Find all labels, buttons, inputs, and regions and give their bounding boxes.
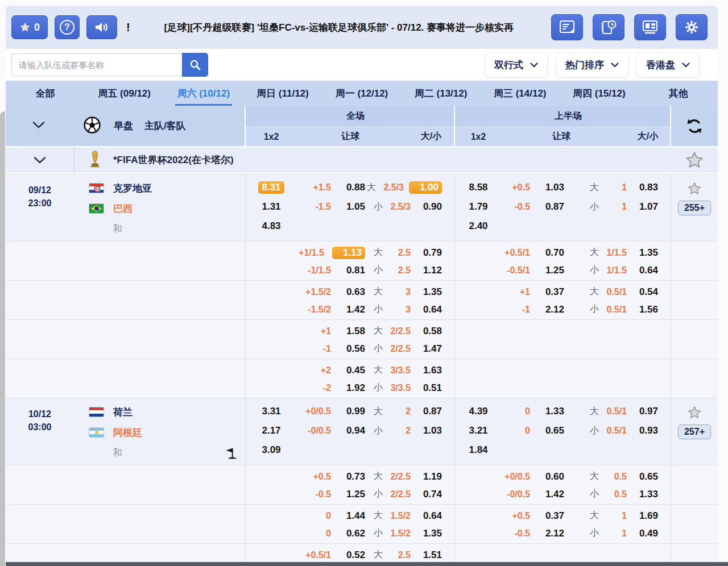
odds-over-under[interactable]: 大0.50.65 — [576, 468, 671, 485]
odds-handicap[interactable]: -1/1.50.81 — [297, 261, 377, 279]
tab-7[interactable]: 周四 (15/12) — [560, 81, 639, 106]
odds-over-under[interactable]: 大3/3.51.63 — [377, 361, 454, 379]
odds-handicap[interactable]: +0.50.37 — [502, 507, 576, 525]
refresh-icon[interactable] — [686, 118, 703, 135]
odds-1x2[interactable]: 3.09 — [262, 440, 280, 460]
odds-over-under[interactable]: 大2.50.79 — [377, 244, 454, 261]
odds-handicap[interactable]: -0.51.25 — [297, 485, 377, 503]
odds-1x2[interactable]: 1.31 — [262, 197, 280, 217]
odds-handicap[interactable]: 00.65 — [502, 421, 576, 440]
odds-1x2[interactable]: 8.58 — [469, 178, 487, 197]
tab-8[interactable]: 其他 — [639, 81, 718, 106]
more-markets-button[interactable]: 257+ — [678, 424, 711, 439]
odds-handicap[interactable]: +0.5/10.52 — [297, 546, 377, 564]
odds-1x2[interactable]: 8.31 — [258, 178, 284, 197]
favorites-button[interactable]: 0 — [11, 15, 48, 39]
odds-over-under[interactable]: 大11.69 — [576, 507, 671, 525]
odds-handicap[interactable]: +0.51.03 — [502, 178, 576, 197]
odds-handicap[interactable]: +0.50.73 — [297, 468, 377, 485]
tab-5[interactable]: 周二 (13/12) — [402, 81, 481, 106]
odds-over-under[interactable]: 大1/1.51.35 — [576, 244, 671, 261]
odds-over-under[interactable]: 小30.64 — [377, 301, 454, 318]
odds-1x2[interactable]: 2.17 — [262, 421, 280, 440]
odds-over-under[interactable]: 小11.07 — [576, 197, 671, 217]
odds-handicap[interactable]: 01.33 — [502, 402, 576, 421]
odds-over-under[interactable]: 大31.35 — [377, 283, 454, 301]
odds-over-under[interactable]: 小1.5/21.35 — [377, 525, 454, 542]
odds-over-under[interactable]: 大0.5/10.97 — [576, 402, 671, 421]
tab-6[interactable]: 周三 (14/12) — [481, 81, 560, 106]
collapse-all-chevron[interactable] — [32, 121, 46, 131]
bet-record-button[interactable] — [551, 14, 583, 40]
odds-over-under[interactable]: 大20.87 — [377, 402, 454, 421]
odds-over-under[interactable]: 小0.5/10.93 — [576, 421, 671, 440]
filter-dropdown-0[interactable]: 双行式 — [485, 53, 548, 77]
odds-handicap[interactable]: +0/0.50.60 — [502, 468, 576, 485]
odds-over-under[interactable]: 大10.83 — [576, 178, 671, 197]
odds-over-under[interactable]: 大1.5/20.64 — [377, 507, 454, 525]
odds-over-under[interactable]: 小3/3.50.51 — [377, 379, 454, 397]
odds-handicap[interactable]: -0.5/11.25 — [502, 261, 576, 279]
league-name[interactable]: *FIFA世界杯2022(在卡塔尔) — [113, 153, 234, 167]
odds-over-under[interactable]: 小0.5/11.56 — [576, 301, 671, 318]
odds-1x2[interactable]: 3.21 — [469, 421, 487, 440]
sound-button[interactable] — [86, 15, 117, 39]
odds-handicap[interactable]: -0/0.51.42 — [502, 485, 576, 503]
more-markets-button[interactable]: 255+ — [678, 201, 711, 215]
odds-1x2[interactable]: 2.40 — [469, 217, 487, 236]
odds-over-under[interactable]: 大0.5/10.54 — [576, 283, 671, 301]
tab-4[interactable]: 周一 (12/12) — [322, 81, 401, 106]
league-favorite-star-icon[interactable] — [685, 151, 704, 170]
odds-handicap[interactable]: -0.52.12 — [502, 525, 576, 542]
odds-handicap[interactable]: -10.56 — [297, 340, 377, 357]
odds-handicap[interactable]: +1.50.88 — [297, 178, 377, 197]
odds-handicap[interactable]: +20.45 — [297, 361, 377, 379]
tab-3[interactable]: 周日 (11/12) — [243, 81, 322, 106]
league-collapse-chevron[interactable] — [6, 147, 74, 173]
announcement-marquee[interactable]: [足球][不丹超级联赛] '坦桑FC-vs-运输联足球俱乐部' - 07/12.… — [135, 21, 543, 34]
match-favorite-star-icon[interactable] — [687, 405, 702, 420]
odds-over-under[interactable]: 大2.5/31.00 — [377, 178, 454, 197]
odds-over-under[interactable]: 小2/2.51.47 — [377, 340, 454, 357]
tab-0[interactable]: 全部 — [6, 81, 85, 106]
match-favorite-star-icon[interactable] — [687, 181, 702, 196]
odds-handicap[interactable]: -21.92 — [297, 379, 377, 397]
odds-handicap[interactable]: +11.58 — [297, 322, 377, 340]
odds-over-under[interactable]: 小2.5/30.90 — [377, 197, 454, 217]
odds-handicap[interactable]: -0/0.50.94 — [297, 421, 377, 440]
odds-over-under[interactable]: 大2/2.50.58 — [377, 322, 454, 340]
odds-1x2[interactable]: 4.83 — [262, 217, 280, 236]
history-button[interactable] — [593, 14, 624, 40]
odds-over-under[interactable]: 大2.51.51 — [377, 546, 454, 564]
home-team-name[interactable]: 荷兰 — [113, 406, 133, 419]
filter-dropdown-1[interactable]: 热门排序 — [556, 53, 628, 77]
odds-handicap[interactable]: 00.62 — [297, 525, 377, 542]
odds-over-under[interactable]: 小21.03 — [377, 421, 454, 440]
odds-handicap[interactable]: +0.5/10.70 — [502, 244, 576, 261]
odds-handicap[interactable]: -1.5/21.42 — [297, 301, 377, 318]
odds-handicap[interactable]: -12.12 — [502, 301, 576, 318]
tab-1[interactable]: 周五 (09/12) — [85, 81, 164, 106]
odds-over-under[interactable]: 小0.51.33 — [576, 485, 671, 503]
corner-flag-icon[interactable] — [224, 447, 237, 463]
odds-over-under[interactable]: 小2.51.12 — [377, 261, 454, 279]
display-button[interactable] — [634, 14, 666, 40]
search-input[interactable] — [11, 53, 182, 76]
home-team-name[interactable]: 克罗地亚 — [113, 182, 152, 195]
odds-handicap[interactable]: +0/0.50.99 — [297, 402, 377, 421]
odds-over-under[interactable]: 小2/2.50.74 — [377, 485, 454, 503]
odds-over-under[interactable]: 大2/2.51.19 — [377, 468, 454, 485]
filter-dropdown-2[interactable]: 香港盘 — [636, 53, 700, 77]
odds-1x2[interactable]: 1.84 — [469, 440, 487, 460]
odds-handicap[interactable]: -1.51.05 — [297, 197, 377, 217]
odds-handicap[interactable]: +1.5/20.63 — [297, 283, 377, 301]
odds-1x2[interactable]: 1.79 — [469, 197, 487, 217]
odds-handicap[interactable]: 01.44 — [297, 507, 377, 525]
odds-handicap[interactable]: -0.50.87 — [502, 197, 576, 217]
search-button[interactable] — [182, 53, 208, 77]
away-team-name[interactable]: 巴西 — [113, 202, 133, 215]
away-team-name[interactable]: 阿根廷 — [113, 426, 142, 439]
help-button[interactable]: ? — [55, 15, 80, 39]
settings-button[interactable] — [676, 14, 708, 40]
odds-over-under[interactable]: 小1/1.50.64 — [576, 261, 671, 279]
